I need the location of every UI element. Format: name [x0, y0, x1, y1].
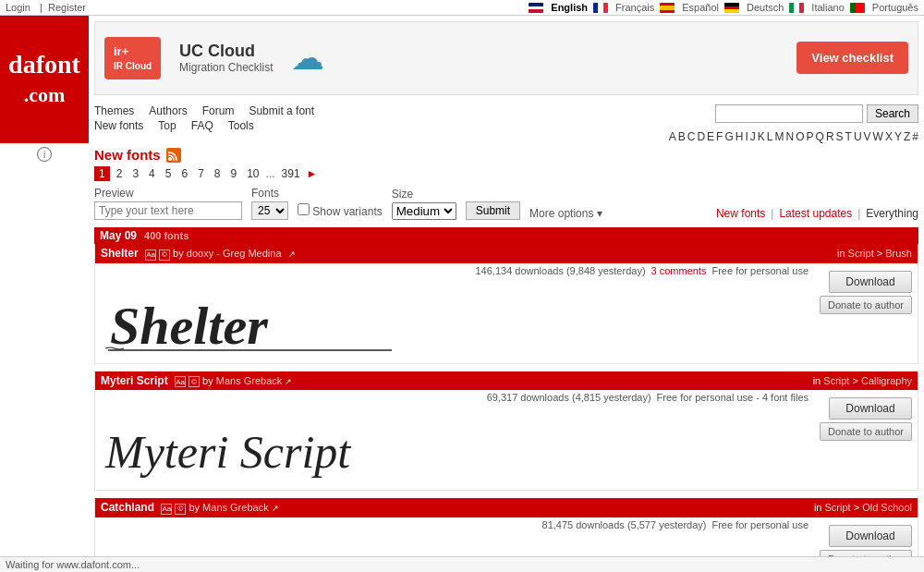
- search-button[interactable]: Search: [867, 104, 918, 123]
- ad-subtitle: Migration Checklist: [179, 61, 273, 74]
- font-downloads-myteri: 69,317 downloads (4,815 yesterday): [487, 392, 651, 403]
- font-category-link-catchland[interactable]: Script: [825, 502, 851, 513]
- flag-uk: [529, 3, 543, 13]
- page-9[interactable]: 9: [227, 166, 241, 181]
- alpha-H[interactable]: H: [736, 130, 744, 143]
- right-nav-latest-updates[interactable]: Latest updates: [779, 207, 852, 220]
- right-nav-everything[interactable]: Everything: [866, 207, 918, 220]
- alpha-R[interactable]: R: [826, 130, 834, 143]
- alpha-W[interactable]: W: [873, 130, 883, 143]
- nav-submit[interactable]: Submit a font: [249, 104, 314, 117]
- alpha-U[interactable]: U: [854, 130, 862, 143]
- font-row-myteri: 69,317 downloads (4,815 yesterday) Free …: [95, 390, 918, 490]
- font-subcategory-link-shelter[interactable]: Brush: [885, 248, 912, 259]
- register-link[interactable]: Register: [48, 2, 86, 13]
- ad-text: UC Cloud Migration Checklist: [179, 42, 273, 74]
- lang-french[interactable]: Français: [615, 2, 654, 13]
- page-10[interactable]: 10: [243, 166, 262, 181]
- search-input[interactable]: [715, 104, 863, 123]
- page-5[interactable]: 5: [162, 166, 176, 181]
- alpha-T[interactable]: T: [845, 130, 852, 143]
- font-subcategory-link-myteri[interactable]: Calligraphy: [861, 375, 912, 386]
- alpha-F[interactable]: F: [716, 130, 723, 143]
- nav-tools[interactable]: Tools: [228, 119, 254, 132]
- page-6[interactable]: 6: [177, 166, 191, 181]
- download-button-shelter[interactable]: Download: [829, 271, 912, 293]
- page-total[interactable]: 391: [278, 166, 304, 181]
- lang-italian[interactable]: Italiano: [811, 2, 844, 13]
- svg-text:Myteri Script: Myteri Script: [104, 426, 351, 478]
- font-category-link-myteri[interactable]: Script: [823, 375, 849, 386]
- alpha-J[interactable]: J: [750, 130, 756, 143]
- show-variants-checkbox[interactable]: [298, 203, 310, 215]
- font-author-link-catchland[interactable]: Mans Greback: [202, 502, 269, 513]
- ad-cta-button[interactable]: View checklist: [796, 42, 908, 74]
- nav-new-fonts[interactable]: New fonts: [94, 119, 143, 132]
- more-options-link[interactable]: More options ▾: [529, 207, 602, 220]
- page-2[interactable]: 2: [113, 166, 127, 181]
- alpha-A[interactable]: A: [669, 130, 676, 143]
- alpha-N[interactable]: N: [786, 130, 795, 143]
- fonts-per-page-select[interactable]: 25 50: [251, 201, 288, 220]
- right-nav-new-fonts[interactable]: New fonts: [716, 207, 765, 220]
- font-icon-c-myteri: ©: [188, 376, 200, 387]
- alpha-C[interactable]: C: [687, 130, 696, 143]
- alpha-B[interactable]: B: [678, 130, 686, 143]
- font-author-link-myteri[interactable]: Mans Greback: [216, 375, 283, 386]
- alpha-Z[interactable]: Z: [904, 130, 910, 143]
- alpha-V[interactable]: V: [864, 130, 871, 143]
- page-7[interactable]: 7: [194, 166, 208, 181]
- alpha-O[interactable]: O: [796, 130, 804, 143]
- alpha-D[interactable]: D: [697, 130, 705, 143]
- alpha-X[interactable]: X: [885, 130, 893, 143]
- size-select[interactable]: Small Medium Large Custom: [392, 202, 456, 220]
- nav-forum[interactable]: Forum: [202, 104, 235, 117]
- download-button-catchland[interactable]: Download: [829, 525, 912, 547]
- nav-top[interactable]: Top: [158, 119, 176, 132]
- font-comments-shelter[interactable]: 3 comments: [651, 265, 707, 276]
- info-icon[interactable]: i: [37, 147, 52, 162]
- font-author-link-shelter[interactable]: dooxy - Greg Medina: [187, 248, 282, 259]
- lang-spanish[interactable]: Español: [682, 2, 719, 13]
- alpha-Y[interactable]: Y: [894, 130, 902, 143]
- nav-faq[interactable]: FAQ: [191, 119, 213, 132]
- donate-button-shelter[interactable]: Donate to author: [820, 296, 912, 314]
- font-meta-catchland: 81,475 downloads (5,577 yesterday) Free …: [95, 517, 814, 532]
- alpha-I[interactable]: I: [745, 130, 748, 143]
- nav-authors[interactable]: Authors: [149, 104, 187, 117]
- font-subcategory-link-catchland[interactable]: Old School: [862, 502, 912, 513]
- lang-portuguese[interactable]: Português: [872, 2, 918, 13]
- lang-german[interactable]: Deutsch: [747, 2, 784, 13]
- font-preview-svg-myteri: Myteri Script: [101, 410, 433, 484]
- alpha-G[interactable]: G: [724, 130, 733, 143]
- font-category-link-shelter[interactable]: Script: [848, 248, 874, 259]
- alpha-K[interactable]: K: [758, 130, 765, 143]
- page-3[interactable]: 3: [128, 166, 142, 181]
- svg-point-1: [168, 157, 172, 161]
- donate-button-myteri[interactable]: Donate to author: [820, 422, 912, 441]
- download-button-myteri[interactable]: Download: [829, 397, 912, 420]
- alpha-L[interactable]: L: [767, 130, 773, 143]
- font-name-link-myteri[interactable]: Myteri Script: [101, 374, 168, 387]
- alpha-hash[interactable]: #: [912, 130, 918, 143]
- preview-input[interactable]: [94, 201, 242, 220]
- login-link[interactable]: Login: [6, 2, 30, 13]
- page-title: New fonts: [94, 147, 161, 163]
- submit-button[interactable]: Submit: [466, 201, 520, 220]
- font-name-link-catchland[interactable]: Catchland: [101, 501, 154, 514]
- nav-themes[interactable]: Themes: [94, 104, 134, 117]
- page-8[interactable]: 8: [211, 166, 225, 181]
- login-links: Login | Register: [6, 2, 90, 13]
- next-page-arrow[interactable]: ►: [307, 167, 318, 180]
- alpha-P[interactable]: P: [807, 130, 814, 143]
- preview-label: Preview: [94, 187, 242, 200]
- rss-icon[interactable]: [166, 148, 181, 163]
- lang-english[interactable]: English: [551, 2, 588, 13]
- logo[interactable]: dafont .com: [0, 16, 89, 143]
- alpha-M[interactable]: M: [775, 130, 784, 143]
- alpha-Q[interactable]: Q: [816, 130, 824, 143]
- alpha-S[interactable]: S: [836, 130, 844, 143]
- page-4[interactable]: 4: [145, 166, 159, 181]
- font-name-link-shelter[interactable]: Shelter: [101, 247, 139, 260]
- alpha-E[interactable]: E: [707, 130, 714, 143]
